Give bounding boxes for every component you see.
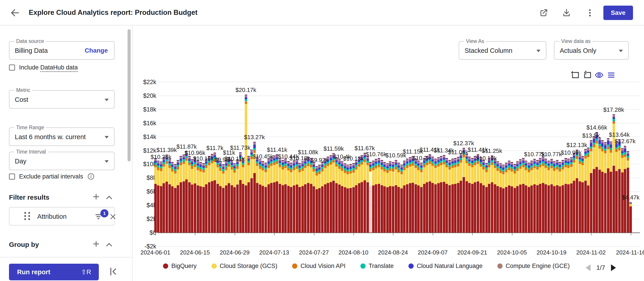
bar-segment[interactable] [270, 157, 272, 158]
bar-segment[interactable] [162, 167, 165, 183]
bar-segment[interactable] [406, 160, 408, 160]
bar-segment[interactable] [406, 160, 408, 161]
bar-segment[interactable] [160, 166, 162, 168]
bar-segment[interactable] [624, 147, 626, 148]
bar-segment[interactable] [166, 155, 168, 155]
bar-segment[interactable] [488, 160, 490, 161]
bar-segment[interactable] [355, 165, 358, 167]
bar-segment[interactable] [477, 155, 479, 156]
bar-segment[interactable] [259, 162, 261, 162]
bar-segment[interactable] [194, 158, 196, 159]
bar-segment[interactable] [248, 158, 250, 159]
bar-segment[interactable] [621, 153, 624, 155]
bar-segment[interactable] [316, 167, 318, 168]
bar-segment[interactable] [214, 153, 216, 154]
bar-segment[interactable] [570, 160, 572, 162]
bar-segment[interactable] [219, 161, 222, 162]
bar-segment[interactable] [466, 161, 468, 163]
bar-segment[interactable] [468, 163, 471, 166]
bar-segment[interactable] [293, 163, 295, 164]
bar-segment[interactable] [321, 162, 324, 163]
bar-segment[interactable] [624, 157, 626, 169]
bar-segment[interactable] [398, 166, 400, 167]
bar-segment[interactable] [514, 165, 516, 166]
bar-segment[interactable] [553, 186, 556, 233]
bar-segment[interactable] [448, 160, 451, 161]
bar-segment[interactable] [248, 165, 250, 182]
bar-segment[interactable] [284, 159, 287, 160]
legend-item[interactable]: Cloud Storage (GCS) [212, 262, 278, 269]
bar-segment[interactable] [310, 160, 312, 160]
bar-segment[interactable] [403, 170, 406, 186]
bar-segment[interactable] [171, 163, 174, 164]
bar-segment[interactable] [392, 162, 394, 163]
bar-segment[interactable] [457, 160, 460, 162]
bar-segment[interactable] [431, 160, 434, 161]
bar-segment[interactable] [253, 153, 256, 173]
bar-segment[interactable] [372, 185, 374, 233]
bar-segment[interactable] [335, 158, 338, 159]
bar-segment[interactable] [180, 156, 182, 157]
bar-segment[interactable] [270, 158, 272, 158]
bar-segment[interactable] [491, 156, 493, 157]
bar-segment[interactable] [406, 161, 408, 162]
bar-segment[interactable] [536, 185, 539, 233]
bar-segment[interactable] [564, 158, 567, 159]
bar-segment[interactable] [417, 161, 420, 161]
bar-segment[interactable] [496, 163, 499, 164]
bar-segment[interactable] [248, 161, 250, 163]
bar-segment[interactable] [338, 162, 341, 164]
bar-segment[interactable] [228, 159, 230, 160]
bar-segment[interactable] [573, 160, 575, 163]
bar-segment[interactable] [194, 159, 196, 159]
open-in-new-icon[interactable] [539, 8, 548, 18]
bar-segment[interactable] [556, 161, 558, 161]
bar-segment[interactable] [355, 162, 358, 163]
bar-segment[interactable] [581, 158, 584, 159]
view-as-select[interactable]: View As Stacked Column [459, 41, 546, 60]
bar-segment[interactable] [360, 156, 363, 157]
bar-segment[interactable] [248, 157, 250, 157]
bar-segment[interactable] [259, 162, 261, 164]
bar-segment[interactable] [581, 165, 584, 182]
bar-segment[interactable] [380, 185, 383, 233]
bar-segment[interactable] [579, 155, 581, 155]
bar-segment[interactable] [615, 147, 618, 149]
bar-segment[interactable] [386, 164, 389, 165]
bar-segment[interactable] [431, 157, 434, 158]
bar-segment[interactable] [510, 164, 513, 165]
bar-segment[interactable] [225, 170, 228, 186]
bar-segment[interactable] [544, 184, 547, 233]
bar-segment[interactable] [282, 160, 284, 161]
bar-segment[interactable] [230, 165, 233, 167]
bar-segment[interactable] [590, 142, 592, 143]
bar-segment[interactable] [514, 166, 516, 166]
bar-segment[interactable] [160, 163, 162, 163]
bar-segment[interactable] [324, 160, 326, 161]
bar-segment[interactable] [440, 158, 442, 158]
bar-segment[interactable] [312, 169, 315, 171]
bar-segment[interactable] [205, 165, 208, 168]
bar-segment[interactable] [581, 157, 584, 157]
bar-segment[interactable] [627, 168, 629, 233]
bar-segment[interactable] [454, 160, 456, 161]
bar-segment[interactable] [398, 163, 400, 163]
bar-segment[interactable] [335, 159, 338, 160]
bar-segment[interactable] [366, 157, 369, 157]
info-icon[interactable] [87, 173, 95, 180]
bar-segment[interactable] [312, 171, 315, 187]
bar-segment[interactable] [191, 161, 193, 162]
bar-segment[interactable] [290, 164, 292, 165]
attribution-filter-chip[interactable]: Attribution 1 [9, 207, 114, 225]
bar-segment[interactable] [264, 163, 267, 164]
bar-segment[interactable] [160, 162, 162, 162]
bar-segment[interactable] [581, 157, 584, 157]
bar-segment[interactable] [312, 186, 315, 233]
bar-segment[interactable] [202, 165, 205, 165]
bar-segment[interactable] [171, 164, 174, 164]
bar-segment[interactable] [222, 174, 224, 188]
bar-segment[interactable] [245, 95, 247, 95]
bar-segment[interactable] [502, 165, 504, 165]
bar-segment[interactable] [284, 159, 287, 159]
bar-segment[interactable] [510, 165, 513, 167]
